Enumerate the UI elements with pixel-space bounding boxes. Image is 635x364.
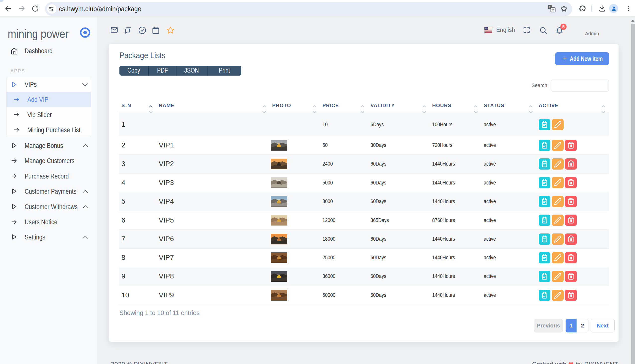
svg-text:文: 文 [551, 8, 555, 12]
